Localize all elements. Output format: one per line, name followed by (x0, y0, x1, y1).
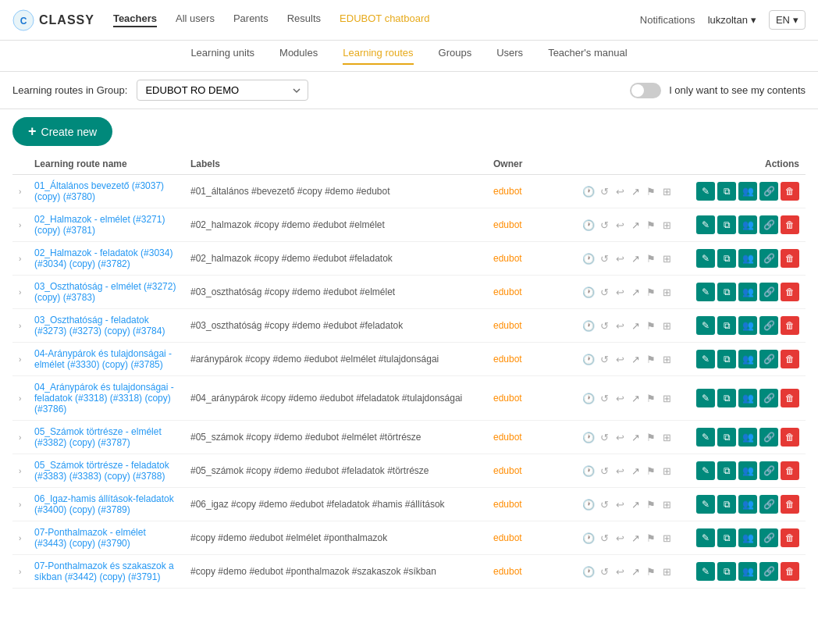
flag-icon[interactable]: ⚑ (644, 564, 658, 578)
delete-button[interactable]: 🗑 (781, 249, 799, 268)
link-button[interactable]: 🔗 (759, 562, 778, 581)
route-name[interactable]: 02_Halmazok - feladatok (#3034) (#3034) … (34, 247, 172, 269)
refresh-icon[interactable]: ↺ (597, 464, 611, 478)
users-button[interactable]: 👥 (738, 316, 757, 335)
row-expander[interactable]: › (19, 187, 21, 196)
copy-button[interactable]: ⧉ (717, 428, 736, 447)
copy-button[interactable]: ⧉ (717, 182, 736, 201)
grid-icon[interactable]: ⊞ (660, 430, 674, 444)
link-button[interactable]: 🔗 (759, 461, 778, 480)
grid-icon[interactable]: ⊞ (660, 318, 674, 333)
user-dropdown[interactable]: lukzoltan ▾ (708, 14, 756, 26)
arrow-up-icon[interactable]: ↗ (628, 218, 642, 232)
arrow-up-icon[interactable]: ↗ (628, 430, 642, 444)
tab-modules[interactable]: Modules (279, 47, 318, 65)
copy-button[interactable]: ⧉ (717, 283, 736, 301)
arrow-up-icon[interactable]: ↗ (628, 391, 642, 405)
users-button[interactable]: 👥 (738, 283, 757, 301)
edit-button[interactable]: ✎ (696, 461, 715, 480)
edit-button[interactable]: ✎ (696, 428, 715, 447)
edit-button[interactable]: ✎ (696, 350, 715, 368)
copy-button[interactable]: ⧉ (717, 350, 736, 368)
edit-button[interactable]: ✎ (696, 283, 715, 301)
link-button[interactable]: 🔗 (759, 215, 778, 234)
undo-icon[interactable]: ↩ (613, 497, 627, 511)
grid-icon[interactable]: ⊞ (660, 464, 674, 478)
grid-icon[interactable]: ⊞ (660, 251, 674, 265)
tab-learning-units[interactable]: Learning units (190, 47, 254, 65)
refresh-icon[interactable]: ↺ (597, 218, 611, 232)
row-expander[interactable]: › (19, 254, 21, 263)
undo-icon[interactable]: ↩ (613, 218, 627, 232)
arrow-up-icon[interactable]: ↗ (628, 564, 642, 578)
route-name[interactable]: 03_Oszthatóság - elmélet (#3272) (copy) … (34, 281, 176, 303)
flag-icon[interactable]: ⚑ (644, 430, 658, 444)
flag-icon[interactable]: ⚑ (644, 184, 658, 198)
flag-icon[interactable]: ⚑ (644, 531, 658, 545)
copy-button[interactable]: ⧉ (717, 316, 736, 335)
users-button[interactable]: 👥 (738, 249, 757, 268)
users-button[interactable]: 👥 (738, 528, 757, 547)
delete-button[interactable]: 🗑 (781, 350, 799, 368)
refresh-icon[interactable]: ↺ (597, 430, 611, 444)
flag-icon[interactable]: ⚑ (644, 497, 658, 511)
undo-icon[interactable]: ↩ (613, 285, 627, 299)
row-expander[interactable]: › (19, 433, 21, 442)
refresh-icon[interactable]: ↺ (597, 352, 611, 366)
row-expander[interactable]: › (19, 500, 21, 509)
clock-icon[interactable]: 🕐 (581, 184, 596, 198)
users-button[interactable]: 👥 (738, 495, 757, 514)
grid-icon[interactable]: ⊞ (660, 564, 674, 578)
route-name[interactable]: 06_Igaz-hamis állítások-feladatok (#3400… (34, 493, 174, 515)
route-name[interactable]: 04-Aránypárok és tulajdonságai - elmélet… (34, 348, 172, 370)
users-button[interactable]: 👥 (738, 428, 757, 447)
clock-icon[interactable]: 🕐 (581, 218, 596, 232)
grid-icon[interactable]: ⊞ (660, 285, 674, 299)
nav-edubot-chatboard[interactable]: EDUBOT chatboard (340, 12, 429, 27)
create-new-button[interactable]: + Create new (12, 117, 112, 146)
flag-icon[interactable]: ⚑ (644, 251, 658, 265)
copy-button[interactable]: ⧉ (717, 528, 736, 547)
route-name[interactable]: 05_Számok törtrésze - feladatok (#3383) … (34, 460, 169, 482)
flag-icon[interactable]: ⚑ (644, 285, 658, 299)
clock-icon[interactable]: 🕐 (581, 564, 596, 578)
arrow-up-icon[interactable]: ↗ (628, 184, 642, 198)
nav-results[interactable]: Results (287, 12, 321, 27)
undo-icon[interactable]: ↩ (613, 531, 627, 545)
my-contents-toggle[interactable] (630, 83, 661, 98)
link-button[interactable]: 🔗 (759, 428, 778, 447)
flag-icon[interactable]: ⚑ (644, 318, 658, 333)
delete-button[interactable]: 🗑 (781, 562, 799, 581)
copy-button[interactable]: ⧉ (717, 562, 736, 581)
edit-button[interactable]: ✎ (696, 249, 715, 268)
row-expander[interactable]: › (19, 394, 21, 403)
link-button[interactable]: 🔗 (759, 316, 778, 335)
row-expander[interactable]: › (19, 288, 21, 297)
clock-icon[interactable]: 🕐 (581, 497, 596, 511)
grid-icon[interactable]: ⊞ (660, 352, 674, 366)
route-name[interactable]: 02_Halmazok - elmélet (#3271) (copy) (#3… (34, 214, 165, 236)
clock-icon[interactable]: 🕐 (581, 251, 596, 265)
delete-button[interactable]: 🗑 (781, 316, 799, 335)
delete-button[interactable]: 🗑 (781, 389, 799, 407)
refresh-icon[interactable]: ↺ (597, 531, 611, 545)
grid-icon[interactable]: ⊞ (660, 184, 674, 198)
edit-button[interactable]: ✎ (696, 389, 715, 407)
arrow-up-icon[interactable]: ↗ (628, 464, 642, 478)
clock-icon[interactable]: 🕐 (581, 464, 596, 478)
delete-button[interactable]: 🗑 (781, 428, 799, 447)
arrow-up-icon[interactable]: ↗ (628, 285, 642, 299)
users-button[interactable]: 👥 (738, 562, 757, 581)
undo-icon[interactable]: ↩ (613, 430, 627, 444)
arrow-up-icon[interactable]: ↗ (628, 318, 642, 333)
edit-button[interactable]: ✎ (696, 562, 715, 581)
clock-icon[interactable]: 🕐 (581, 318, 596, 333)
row-expander[interactable]: › (19, 534, 21, 543)
refresh-icon[interactable]: ↺ (597, 564, 611, 578)
edit-button[interactable]: ✎ (696, 528, 715, 547)
copy-button[interactable]: ⧉ (717, 495, 736, 514)
row-expander[interactable]: › (19, 467, 21, 475)
link-button[interactable]: 🔗 (759, 528, 778, 547)
flag-icon[interactable]: ⚑ (644, 352, 658, 366)
undo-icon[interactable]: ↩ (613, 564, 627, 578)
